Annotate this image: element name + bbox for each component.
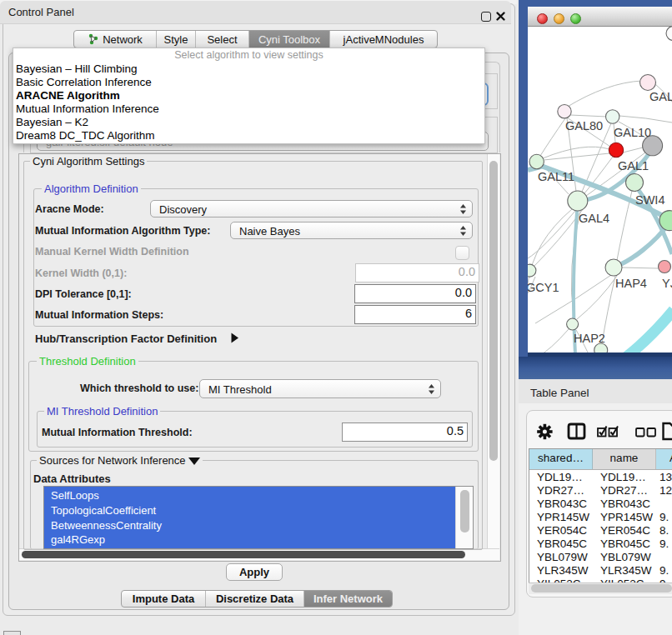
svg-text:GAL2: GAL2 bbox=[649, 90, 672, 103]
svg-text:GCY1: GCY1 bbox=[528, 281, 559, 294]
svg-text:SWI4: SWI4 bbox=[635, 193, 664, 207]
svg-text:YJ: YJ bbox=[662, 277, 672, 290]
svg-text:GAL4: GAL4 bbox=[579, 212, 609, 225]
svg-text:HAP2: HAP2 bbox=[574, 332, 605, 345]
svg-text:GAL11: GAL11 bbox=[538, 170, 574, 183]
svg-text:GAL10: GAL10 bbox=[614, 126, 651, 139]
svg-text:GAL80: GAL80 bbox=[565, 119, 603, 132]
svg-text:GAL1: GAL1 bbox=[618, 159, 649, 172]
svg-text:HAP4: HAP4 bbox=[615, 277, 647, 290]
